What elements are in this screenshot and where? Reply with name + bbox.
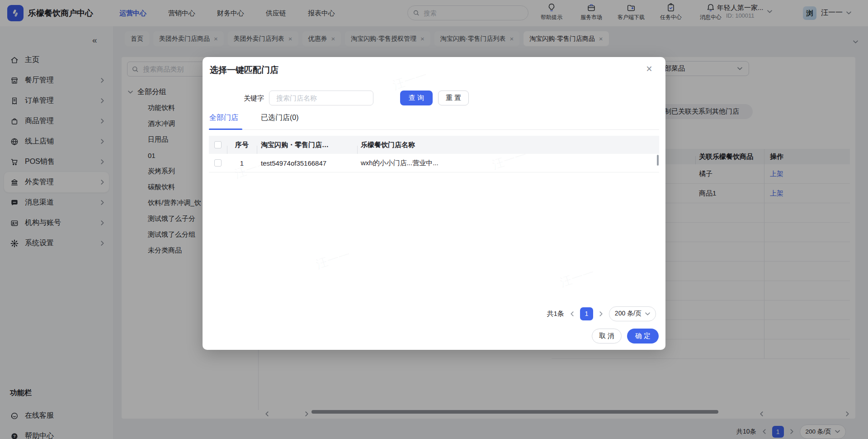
index-cell: 1 xyxy=(227,159,257,167)
cancel-button[interactable]: 取 消 xyxy=(592,329,622,344)
taobao-store-cell: test54974of35166847 xyxy=(257,159,357,167)
page-number-button[interactable]: 1 xyxy=(580,307,593,320)
dialog-tabs: 全部门店 已选门店(0) xyxy=(209,113,299,123)
watermark: 汪一一 xyxy=(558,265,597,291)
keyword-label: 关键字 xyxy=(241,91,264,106)
dialog-title: 选择一键匹配门店 xyxy=(210,64,278,76)
chevron-down-icon xyxy=(645,312,650,315)
column-index: 序号 xyxy=(227,141,257,149)
store-name-search-input[interactable] xyxy=(269,91,373,105)
vertical-scrollbar-thumb[interactable] xyxy=(657,155,659,166)
table-header: 序号 淘宝闪购・零售门店… 乐檬餐饮门店名称 xyxy=(209,136,659,154)
close-icon[interactable]: × xyxy=(642,62,656,76)
dialog-footer: 取 消 确 定 xyxy=(592,329,659,344)
watermark: 汪一一 xyxy=(391,67,429,93)
store-name-search-field[interactable] xyxy=(275,94,367,102)
tab-selected-stores[interactable]: 已选门店(0) xyxy=(261,113,299,123)
column-lemon-store: 乐檬餐饮门店名称 xyxy=(357,141,659,149)
tab-all-stores[interactable]: 全部门店 xyxy=(209,113,238,123)
prev-page-icon[interactable] xyxy=(571,311,574,316)
column-taobao-store: 淘宝闪购・零售门店… xyxy=(257,141,357,149)
pagination-total: 共1条 xyxy=(547,310,564,318)
row-checkbox[interactable] xyxy=(214,159,222,167)
app-root: 乐檬餐饮商户中心 运营中心 营销中心 财务中心 供应链 报表中心 帮助提示 服务… xyxy=(0,0,868,439)
match-store-dialog: 汪一一 汪一一 汪一一 汪一一 汪一一 选择一键匹配门店 × 关键字 查 询 重… xyxy=(203,57,665,350)
tabs-baseline xyxy=(209,129,659,130)
reset-button[interactable]: 重 置 xyxy=(438,91,469,105)
active-tab-indicator xyxy=(209,129,242,130)
dialog-pagination: 共1条 1 200 条/页 xyxy=(547,306,656,321)
stores-table: 序号 淘宝闪购・零售门店… 乐檬餐饮门店名称 1 test54974of3516… xyxy=(209,136,659,172)
query-button[interactable]: 查 询 xyxy=(400,91,433,105)
next-page-icon[interactable] xyxy=(599,311,603,316)
page-size-select[interactable]: 200 条/页 xyxy=(609,306,656,321)
watermark: 汪一一 xyxy=(314,247,353,272)
lemon-store-cell: wxh的小小门店...营业中... xyxy=(357,159,659,167)
confirm-button[interactable]: 确 定 xyxy=(627,329,659,344)
select-all-checkbox[interactable] xyxy=(214,141,222,148)
table-row: 1 test54974of35166847 wxh的小小门店...营业中... xyxy=(209,154,659,172)
